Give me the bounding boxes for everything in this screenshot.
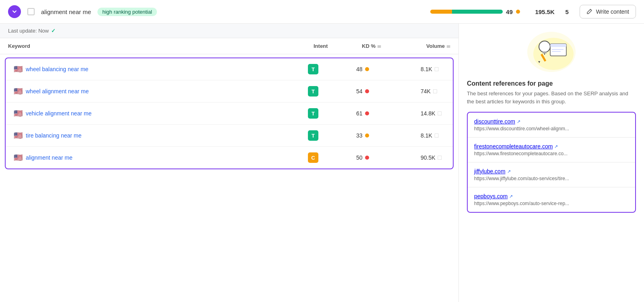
flag-icon: 🇺🇸: [14, 131, 23, 140]
expand-chevron-button[interactable]: [8, 5, 21, 18]
col-keyword-header: Keyword: [8, 43, 153, 49]
reference-item: pepboys.com ↗ https://www.pepboys.com/au…: [468, 187, 635, 212]
col-kd-header[interactable]: KD % ⚌: [362, 43, 426, 49]
col-intent-header: Intent: [314, 43, 362, 49]
ranking-badge: high ranking potential: [97, 8, 157, 16]
keyword-link[interactable]: alignment near me: [26, 154, 72, 161]
copy-icon[interactable]: □: [438, 154, 442, 161]
intent-badge: T: [308, 130, 318, 141]
keyword-link[interactable]: tire balancing near me: [26, 132, 82, 139]
flag-icon: 🇺🇸: [14, 109, 23, 118]
kd-dot: [365, 156, 369, 160]
ref-url: https://www.firestonecompleteautocare.co…: [474, 151, 629, 156]
col-volume-header[interactable]: Volume ⚌: [426, 43, 450, 49]
keyword-link[interactable]: wheel balancing near me: [26, 66, 89, 72]
external-link-icon: ↗: [507, 169, 511, 174]
svg-rect-2: [543, 51, 547, 53]
svg-rect-5: [550, 44, 566, 47]
intent-badge: T: [308, 86, 318, 97]
reference-item: firestonecompleteautocare.com ↗ https://…: [468, 138, 635, 162]
external-link-icon: ↗: [517, 119, 520, 124]
table-header: Keyword Intent KD % ⚌ Volume ⚌: [0, 38, 458, 54]
table-row: 🇺🇸 wheel balancing near me T 48 8.1K □: [6, 58, 453, 80]
right-panel: Content references for page The best ref…: [459, 24, 644, 302]
flag-icon: 🇺🇸: [14, 87, 23, 96]
ref-site-link[interactable]: discounttire.com: [474, 118, 515, 125]
kd-dot: [365, 134, 369, 138]
write-icon: [586, 8, 593, 15]
intent-badge: T: [308, 64, 318, 74]
illustration: [467, 32, 636, 72]
update-check-icon: ✓: [51, 28, 56, 34]
external-link-icon: ↗: [509, 194, 513, 199]
kd-dot: [365, 89, 369, 93]
progress-bar-container: 49: [430, 8, 520, 15]
table-row: 🇺🇸 alignment near me C 50 90.5K □: [6, 147, 453, 168]
row-checkbox[interactable]: [27, 8, 35, 15]
score-dot: [516, 10, 520, 14]
table-row: 🇺🇸 wheel alignment near me T 54 74K □: [6, 80, 453, 103]
intent-badge: C: [308, 152, 318, 163]
write-content-button[interactable]: Write content: [580, 5, 636, 18]
content-illustration: [527, 32, 576, 72]
intent-badge: T: [308, 108, 318, 119]
ref-site-link[interactable]: jiffylube.com: [474, 168, 506, 175]
content-ref-title: Content references for page: [467, 80, 636, 87]
kd-filter-icon: ⚌: [377, 43, 381, 49]
table-row: 🇺🇸 vehicle alignment near me T 61 14.8K …: [6, 103, 453, 125]
external-link-icon: ↗: [554, 144, 558, 149]
flag-icon: 🇺🇸: [14, 153, 23, 162]
keyword-title: alignment near me: [41, 8, 91, 15]
reference-item: jiffylube.com ↗ https://www.jiffylube.co…: [468, 162, 635, 187]
flag-icon: 🇺🇸: [14, 65, 23, 74]
references-box: discounttire.com ↗ https://www.discountt…: [467, 112, 636, 213]
volume-value: 195.5K: [526, 8, 555, 15]
reference-item: discounttire.com ↗ https://www.discountt…: [468, 113, 635, 138]
last-update-bar: Last update: Now ✓: [0, 24, 458, 38]
keywords-box: 🇺🇸 wheel balancing near me T 48 8.1K □: [5, 58, 454, 169]
progress-bar: [430, 10, 503, 14]
copy-icon[interactable]: □: [435, 132, 439, 139]
copy-icon[interactable]: □: [438, 110, 442, 117]
table-row: 🇺🇸 tire balancing near me T 33 8.1K □: [6, 125, 453, 147]
kd-dot: [365, 67, 369, 71]
keyword-link[interactable]: wheel alignment near me: [26, 88, 89, 95]
copy-icon[interactable]: □: [435, 66, 439, 73]
count-value: 5: [561, 8, 573, 15]
ref-url: https://www.pepboys.com/auto-service-rep…: [474, 201, 629, 206]
ref-url: https://www.discounttire.com/wheel-align…: [474, 126, 629, 131]
score-value: 49: [506, 8, 513, 15]
svg-point-1: [539, 41, 550, 52]
ref-site-link[interactable]: firestonecompleteautocare.com: [474, 143, 553, 150]
volume-filter-icon: ⚌: [446, 43, 450, 49]
content-ref-desc: The best references for your pages. Base…: [467, 90, 636, 105]
ref-url: https://www.jiffylube.com/auto-services/…: [474, 176, 629, 181]
copy-icon[interactable]: □: [433, 88, 437, 95]
ref-site-link[interactable]: pepboys.com: [474, 193, 508, 199]
kd-dot: [365, 111, 369, 115]
keyword-link[interactable]: vehicle alignment near me: [26, 110, 91, 117]
